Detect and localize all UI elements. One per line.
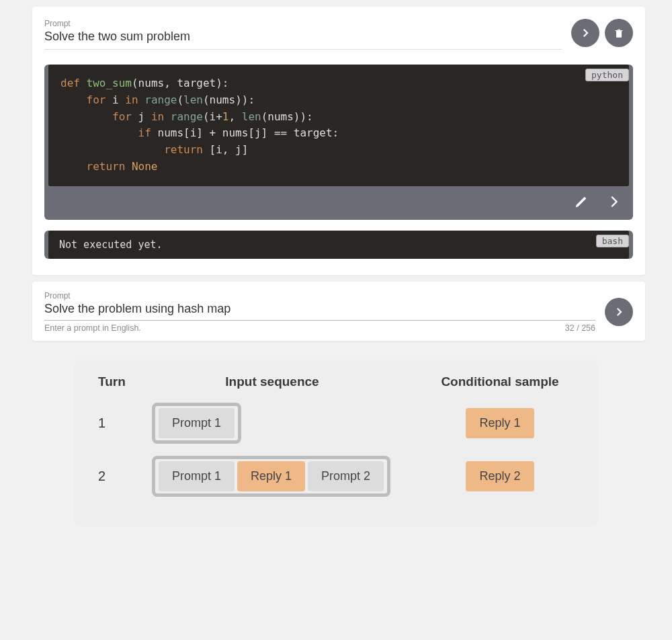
table-row: 2 Prompt 1 Reply 1 Prompt 2 Reply 2 — [98, 456, 574, 497]
prompt-chip: Prompt 1 — [159, 408, 235, 438]
conditional-sample-cell: Reply 1 — [426, 408, 574, 438]
conditional-sample-cell: Reply 2 — [426, 461, 574, 491]
input-sequence-group: Prompt 1 — [152, 403, 241, 444]
prompt2-helper-text: Enter a prompt in English. — [44, 323, 141, 333]
chevron-right-icon — [613, 306, 625, 318]
code-toolbar — [44, 190, 633, 214]
prompt2-label: Prompt — [44, 291, 595, 301]
prompt-label: Prompt — [44, 19, 562, 28]
reply-chip: Reply 1 — [237, 461, 305, 491]
prompt-card-1: Prompt Solve the two sum problem python … — [32, 7, 645, 275]
prompt-action-buttons — [571, 19, 633, 47]
language-badge-bash: bash — [596, 235, 629, 247]
edit-button[interactable] — [574, 194, 589, 213]
submit-button-2[interactable] — [605, 298, 633, 326]
char-counter: 32 / 256 — [565, 323, 595, 333]
run-button[interactable] — [606, 194, 621, 213]
prompt-field-wrap: Prompt Solve the two sum problem — [44, 19, 562, 50]
delete-button[interactable] — [605, 19, 633, 47]
code-block: python def two_sum(nums, target): for i … — [44, 65, 633, 220]
col-sample-header: Conditional sample — [426, 374, 574, 389]
language-badge-python: python — [585, 69, 629, 81]
submit-button[interactable] — [571, 19, 599, 47]
input-sequence-cell: Prompt 1 — [152, 403, 426, 444]
prompt-chip: Prompt 1 — [159, 461, 235, 491]
prompt-text[interactable]: Solve the two sum problem — [44, 30, 562, 50]
table-row: 1 Prompt 1 Reply 1 — [98, 403, 574, 444]
prompt-header: Prompt Solve the two sum problem — [44, 19, 633, 50]
prompt-card-2: Prompt Solve the problem using hash map … — [32, 282, 645, 341]
col-input-header: Input sequence — [152, 374, 426, 389]
prompt2-field-wrap: Prompt Solve the problem using hash map … — [44, 291, 595, 333]
col-turn-header: Turn — [98, 374, 152, 389]
input-sequence-cell: Prompt 1 Reply 1 Prompt 2 — [152, 456, 426, 497]
trash-icon — [614, 27, 624, 39]
table-header: Turn Input sequence Conditional sample — [98, 374, 574, 389]
chevron-right-icon — [579, 27, 591, 39]
prompt2-helper-row: Enter a prompt in English. 32 / 256 — [44, 323, 595, 333]
turn-number: 2 — [98, 469, 152, 484]
turn-table: Turn Input sequence Conditional sample 1… — [74, 360, 598, 526]
prompt-chip: Prompt 2 — [308, 461, 384, 491]
code-content[interactable]: def two_sum(nums, target): for i in rang… — [48, 65, 629, 186]
prompt2-input[interactable]: Solve the problem using hash map — [44, 302, 595, 321]
reply-chip: Reply 2 — [466, 461, 534, 491]
bash-block: bash Not executed yet. — [44, 231, 633, 259]
reply-chip: Reply 1 — [466, 408, 534, 438]
bash-content: Not executed yet. — [48, 231, 629, 259]
input-sequence-group: Prompt 1 Reply 1 Prompt 2 — [152, 456, 390, 497]
pencil-icon — [574, 194, 589, 209]
turn-number: 1 — [98, 415, 152, 431]
chevron-right-icon — [606, 194, 621, 209]
